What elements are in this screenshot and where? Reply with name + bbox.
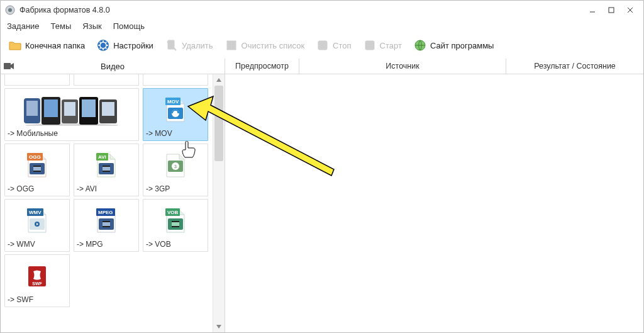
- svg-rect-46: [103, 171, 110, 172]
- svg-rect-35: [82, 99, 96, 117]
- svg-marker-59: [216, 78, 221, 82]
- svg-rect-33: [64, 102, 75, 116]
- tile-label: -> AVI: [77, 184, 97, 193]
- svg-rect-53: [103, 226, 110, 227]
- svg-rect-45: [103, 166, 110, 167]
- mobile-devices-icon: [8, 91, 136, 129]
- format-tile-vob[interactable]: VOB -> VOB: [143, 199, 208, 252]
- toolbar-start-label: Старт: [380, 41, 402, 50]
- stop-icon: [316, 38, 330, 52]
- toolbar-website-button[interactable]: Сайт программы: [411, 37, 497, 54]
- clear-list-icon: [225, 38, 238, 52]
- svg-rect-43: [33, 171, 41, 172]
- svg-rect-3: [609, 8, 614, 13]
- scroll-down-icon[interactable]: [213, 321, 225, 332]
- tile-label: -> VOB: [146, 240, 171, 249]
- formats-panel-title: Видео: [17, 62, 225, 71]
- minimize-button[interactable]: [583, 4, 602, 16]
- file-list-area[interactable]: [225, 74, 643, 332]
- format-tile-mov[interactable]: MOV -> MOV: [143, 88, 208, 141]
- window-title: Фабрика форматов 4.8.0: [19, 6, 110, 14]
- start-icon: [363, 38, 377, 52]
- svg-point-38: [25, 123, 118, 126]
- format-tile-avi[interactable]: AVI -> AVI: [74, 144, 139, 196]
- app-window: Фабрика форматов 4.8.0 Задание Темы Язык…: [0, 0, 644, 333]
- format-tile-mobile[interactable]: -> Мобильные: [4, 88, 139, 141]
- svg-marker-60: [216, 325, 221, 329]
- svg-text:3: 3: [174, 164, 177, 169]
- tile-label: -> SWF: [8, 295, 33, 304]
- menu-themes[interactable]: Темы: [51, 21, 72, 31]
- toolbar-clear-list-label: Очистить список: [242, 41, 305, 50]
- mov-file-icon: MOV: [146, 91, 205, 129]
- toolbar-website-label: Сайт программы: [430, 41, 494, 50]
- globe-icon: [413, 38, 427, 52]
- scroll-thumb[interactable]: [214, 86, 223, 161]
- format-tile-3gp[interactable]: 3 -> 3GP: [143, 144, 208, 196]
- vob-file-icon: VOB: [146, 202, 205, 240]
- svg-rect-42: [33, 166, 41, 167]
- toolbar-settings-button[interactable]: Настройки: [94, 37, 156, 54]
- menu-help[interactable]: Помощь: [113, 21, 145, 31]
- menu-task[interactable]: Задание: [7, 21, 40, 31]
- format-tile-mpg[interactable]: MPEG -> MPG: [74, 199, 139, 252]
- toolbar-stop-label: Стоп: [333, 41, 351, 50]
- svg-rect-37: [102, 102, 114, 116]
- tile-label: -> OGG: [8, 184, 34, 193]
- svg-rect-52: [103, 221, 110, 222]
- gear-icon: [96, 38, 110, 52]
- tile-label: -> WMV: [8, 240, 35, 249]
- toolbar-output-folder-button[interactable]: Конечная папка: [6, 37, 87, 54]
- threegp-file-icon: 3: [146, 147, 205, 184]
- menubar: Задание Темы Язык Помощь: [1, 20, 643, 32]
- svg-rect-26: [4, 63, 11, 69]
- tile-label: -> MPG: [77, 240, 103, 249]
- scroll-track[interactable]: [213, 86, 225, 321]
- toolbar-stop-button[interactable]: Стоп: [313, 37, 353, 54]
- toolbar-delete-button[interactable]: Удалить: [162, 37, 216, 54]
- formats-grid: -> Мобильные MOV: [1, 74, 213, 332]
- close-button[interactable]: [621, 4, 640, 16]
- wmv-file-icon: WMV: [8, 202, 67, 240]
- svg-rect-56: [172, 226, 179, 227]
- ogg-file-icon: OGG: [8, 147, 67, 184]
- format-tile-cut[interactable]: [143, 74, 208, 86]
- toolbar-settings-label: Настройки: [113, 41, 153, 50]
- format-tile-cut[interactable]: [4, 74, 70, 86]
- toolbar-delete-label: Удалить: [182, 41, 213, 50]
- svg-marker-27: [11, 63, 14, 69]
- svg-rect-31: [44, 99, 58, 117]
- toolbar-clear-list-button[interactable]: Очистить список: [222, 37, 308, 54]
- mpg-file-icon: MPEG: [77, 202, 136, 240]
- avi-file-icon: AVI: [77, 147, 136, 184]
- format-tile-ogg[interactable]: OGG -> OGG: [4, 144, 70, 196]
- delete-icon: [165, 38, 179, 52]
- columns-header: Предпросмотр Источник Результат / Состоя…: [225, 59, 643, 74]
- column-source[interactable]: Источник: [299, 59, 506, 74]
- svg-point-1: [8, 8, 12, 12]
- formats-panel: Видео: [1, 59, 225, 332]
- toolbar: Конечная папка Настройки Удалить Очистит…: [1, 32, 643, 59]
- formats-panel-header: Видео: [1, 59, 225, 74]
- tile-label: -> 3GP: [146, 184, 170, 193]
- formats-scrollbar[interactable]: [213, 74, 225, 332]
- menu-language[interactable]: Язык: [82, 21, 101, 31]
- column-preview[interactable]: Предпросмотр: [225, 59, 299, 74]
- tile-label: -> Мобильные: [8, 129, 58, 138]
- content-area: Видео: [1, 59, 643, 332]
- svg-text:SWF: SWF: [32, 281, 42, 286]
- toolbar-start-button[interactable]: Старт: [360, 37, 404, 54]
- format-tile-wmv[interactable]: WMV -> WMV: [4, 199, 70, 252]
- svg-rect-29: [26, 101, 38, 116]
- format-tile-swf[interactable]: SWF -> SWF: [4, 254, 70, 307]
- column-result[interactable]: Результат / Состояние: [506, 59, 643, 74]
- svg-rect-22: [321, 43, 325, 47]
- svg-rect-55: [172, 221, 179, 222]
- scroll-up-icon[interactable]: [213, 74, 225, 86]
- video-category-icon[interactable]: [1, 62, 17, 70]
- maximize-button[interactable]: [602, 4, 621, 16]
- app-icon: [4, 4, 16, 16]
- file-list-panel: Предпросмотр Источник Результат / Состоя…: [225, 59, 643, 332]
- toolbar-output-folder-label: Конечная папка: [25, 41, 85, 50]
- format-tile-cut[interactable]: [74, 74, 139, 86]
